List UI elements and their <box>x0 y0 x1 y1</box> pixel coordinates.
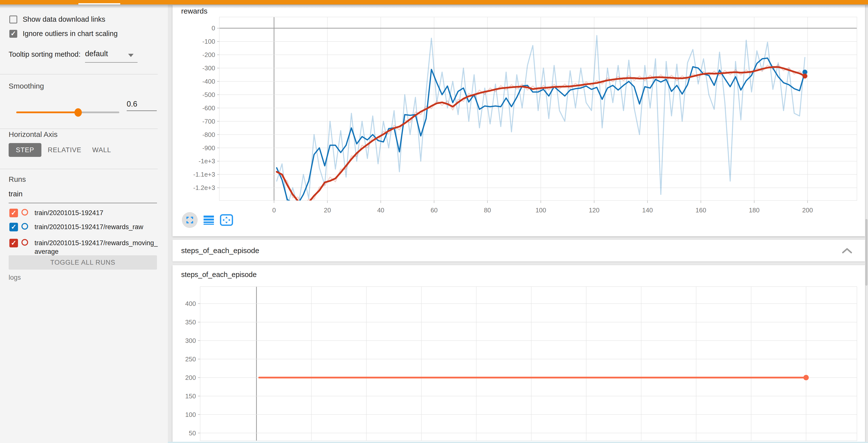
scrollbar-thumb[interactable] <box>865 219 868 286</box>
section-header-steps[interactable]: steps_of_each_episode <box>173 240 865 262</box>
svg-text:180: 180 <box>749 206 760 214</box>
divider <box>0 74 158 75</box>
steps-chart[interactable]: 40035030025020015010050 <box>173 265 865 443</box>
svg-text:-400: -400 <box>202 78 215 85</box>
data-table-icon <box>203 215 214 225</box>
chevron-down-icon[interactable] <box>128 54 133 57</box>
check-icon: ✓ <box>11 224 17 230</box>
divider <box>0 128 158 129</box>
checkbox-label: Show data download links <box>23 15 105 24</box>
rewards-card: rewards 0204060801001201401601802000-100… <box>173 5 865 236</box>
smoothing-value-input[interactable] <box>127 100 157 111</box>
top-bar <box>0 0 868 4</box>
svg-text:-1.2e+3: -1.2e+3 <box>193 184 215 191</box>
svg-text:-800: -800 <box>202 131 215 138</box>
chevron-up-icon <box>841 247 853 254</box>
tooltip-sort-underline <box>85 62 137 63</box>
check-icon: ✓ <box>11 210 17 216</box>
svg-text:50: 50 <box>189 430 196 437</box>
svg-text:350: 350 <box>185 319 196 326</box>
active-tab-indicator <box>79 3 120 4</box>
svg-text:-1e+3: -1e+3 <box>199 157 215 165</box>
run-checkbox-1[interactable]: ✓ <box>9 223 18 231</box>
run-row[interactable]: ✓ train/20201015-192417/rewards_raw <box>9 223 161 231</box>
horizontal-axis-label: Horizontal Axis <box>9 130 57 139</box>
svg-text:150: 150 <box>185 392 196 400</box>
smoothing-label: Smoothing <box>9 82 44 90</box>
ignore-outliers-checkbox[interactable]: ✓ <box>9 30 17 38</box>
axis-button-step[interactable]: STEP <box>9 143 41 157</box>
svg-text:300: 300 <box>185 337 196 344</box>
show-download-links-checkbox[interactable] <box>9 16 17 24</box>
svg-text:0: 0 <box>212 24 215 32</box>
show-download-links-row[interactable]: Show data download links <box>9 15 105 24</box>
run-row[interactable]: ✓ train/20201015-192417 <box>9 209 161 217</box>
slider-fill <box>16 112 78 113</box>
svg-text:-700: -700 <box>202 118 215 125</box>
svg-text:200: 200 <box>185 374 196 381</box>
fit-domain-button[interactable] <box>220 214 233 226</box>
logs-label: logs <box>9 274 21 282</box>
check-icon: ✓ <box>11 240 17 246</box>
svg-text:0: 0 <box>272 206 276 214</box>
svg-text:-300: -300 <box>202 64 215 72</box>
fullscreen-icon <box>185 215 194 225</box>
axis-button-relative[interactable]: RELATIVE <box>47 143 82 157</box>
section-title: steps_of_each_episode <box>181 240 259 262</box>
svg-text:80: 80 <box>484 206 491 214</box>
run-radio-2[interactable] <box>22 239 28 246</box>
run-radio-0[interactable] <box>22 209 28 215</box>
svg-text:-600: -600 <box>202 104 215 112</box>
divider <box>0 169 158 169</box>
run-label: train/20201015-192417 <box>34 209 161 217</box>
expand-chart-button[interactable] <box>182 212 198 228</box>
run-label: train/20201015-192417/rewards_raw <box>34 223 161 231</box>
run-label: train/20201015-192417/rewards_moving_ave… <box>34 239 161 256</box>
run-checkbox-2[interactable]: ✓ <box>9 239 18 247</box>
svg-text:-1.1e+3: -1.1e+3 <box>193 171 215 178</box>
chart-toolbar <box>182 212 233 228</box>
runs-filter-underline <box>9 203 157 203</box>
svg-text:20: 20 <box>324 206 331 214</box>
checkbox-label: Ignore outliers in chart scaling <box>23 30 118 38</box>
svg-text:120: 120 <box>589 206 599 214</box>
tooltip-sort-label: Tooltip sorting method: <box>9 50 81 58</box>
sidebar: Show data download links ✓ Ignore outlie… <box>0 4 168 443</box>
toggle-all-runs-button[interactable]: TOGGLE ALL RUNS <box>9 255 157 270</box>
tooltip-sort-select[interactable]: default <box>85 49 108 58</box>
smoothing-slider[interactable] <box>16 112 119 113</box>
rewards-chart[interactable]: 0204060801001201401601802000-100-200-300… <box>173 5 865 236</box>
ignore-outliers-row[interactable]: ✓ Ignore outliers in chart scaling <box>9 30 118 38</box>
svg-text:400: 400 <box>185 300 196 307</box>
svg-text:100: 100 <box>535 206 546 214</box>
slider-handle[interactable] <box>74 108 82 117</box>
svg-text:-900: -900 <box>202 144 215 152</box>
runs-selector-button[interactable] <box>203 215 214 225</box>
svg-text:60: 60 <box>431 206 438 214</box>
steps-card: steps_of_each_episode 400350300250200150… <box>173 265 865 443</box>
svg-text:-500: -500 <box>202 91 215 98</box>
run-row[interactable]: ✓ train/20201015-192417/rewards_moving_a… <box>9 239 161 256</box>
runs-filter-input[interactable] <box>9 190 156 198</box>
svg-text:200: 200 <box>802 206 813 214</box>
main-content: rewards 0204060801001201401601802000-100… <box>168 4 868 443</box>
svg-text:140: 140 <box>642 206 653 214</box>
svg-text:100: 100 <box>185 411 196 418</box>
axis-button-wall[interactable]: WALL <box>89 143 115 157</box>
runs-label: Runs <box>9 175 26 183</box>
svg-text:160: 160 <box>695 206 706 214</box>
svg-text:-200: -200 <box>202 51 215 58</box>
svg-text:250: 250 <box>185 355 196 363</box>
run-checkbox-0[interactable]: ✓ <box>9 209 18 217</box>
svg-text:-100: -100 <box>202 38 215 45</box>
collapse-section-button[interactable] <box>841 247 853 255</box>
svg-text:40: 40 <box>377 206 384 214</box>
run-radio-1[interactable] <box>22 223 28 230</box>
check-icon: ✓ <box>10 30 16 37</box>
fit-to-data-icon <box>220 214 233 226</box>
